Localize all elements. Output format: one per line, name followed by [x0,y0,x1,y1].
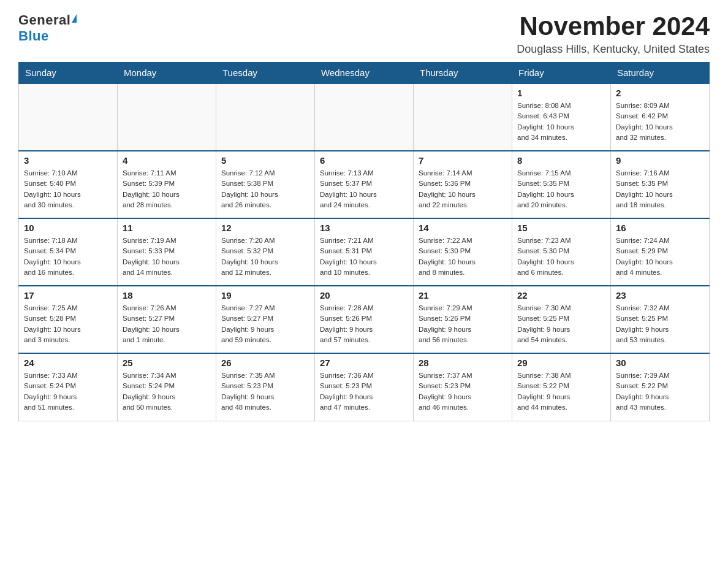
day-info: Sunrise: 7:34 AM Sunset: 5:24 PM Dayligh… [123,370,211,413]
title-block: November 2024 Douglass Hills, Kentucky, … [517,12,710,56]
calendar-header-row: SundayMondayTuesdayWednesdayThursdayFrid… [19,63,710,84]
day-number: 24 [24,358,112,368]
day-number: 6 [320,155,408,166]
calendar-cell: 24Sunrise: 7:33 AM Sunset: 5:24 PM Dayli… [19,353,118,421]
calendar-cell: 21Sunrise: 7:29 AM Sunset: 5:26 PM Dayli… [414,286,512,353]
day-info: Sunrise: 7:14 AM Sunset: 5:36 PM Dayligh… [419,168,507,210]
day-info: Sunrise: 7:37 AM Sunset: 5:23 PM Dayligh… [419,370,507,413]
day-number: 15 [517,223,605,233]
day-number: 2 [616,88,704,98]
calendar-cell [315,83,414,151]
day-number: 21 [419,290,507,301]
day-number: 17 [24,290,112,301]
location-subtitle: Douglass Hills, Kentucky, United States [517,43,710,56]
calendar-cell: 26Sunrise: 7:35 AM Sunset: 5:23 PM Dayli… [216,353,315,421]
logo: General Blue [18,12,77,44]
calendar-week-row: 10Sunrise: 7:18 AM Sunset: 5:34 PM Dayli… [19,218,710,286]
day-number: 3 [24,155,112,166]
day-info: Sunrise: 7:15 AM Sunset: 5:35 PM Dayligh… [517,168,605,210]
calendar-cell: 12Sunrise: 7:20 AM Sunset: 5:32 PM Dayli… [216,218,315,286]
day-info: Sunrise: 7:33 AM Sunset: 5:24 PM Dayligh… [24,370,112,413]
day-info: Sunrise: 7:38 AM Sunset: 5:22 PM Dayligh… [517,370,605,413]
calendar-cell: 22Sunrise: 7:30 AM Sunset: 5:25 PM Dayli… [512,286,611,353]
day-number: 7 [419,155,507,166]
logo-triangle-icon [72,14,77,23]
calendar-cell: 27Sunrise: 7:36 AM Sunset: 5:23 PM Dayli… [315,353,414,421]
day-number: 13 [320,223,408,233]
calendar-cell: 4Sunrise: 7:11 AM Sunset: 5:39 PM Daylig… [118,151,216,218]
calendar-cell [118,83,216,151]
day-info: Sunrise: 7:13 AM Sunset: 5:37 PM Dayligh… [320,168,408,210]
day-number: 5 [221,155,309,166]
day-info: Sunrise: 7:39 AM Sunset: 5:22 PM Dayligh… [616,370,704,413]
day-number: 23 [616,290,704,301]
calendar-cell: 6Sunrise: 7:13 AM Sunset: 5:37 PM Daylig… [315,151,414,218]
day-number: 14 [419,223,507,233]
day-number: 10 [24,223,112,233]
calendar-cell: 13Sunrise: 7:21 AM Sunset: 5:31 PM Dayli… [315,218,414,286]
calendar-header-cell: Wednesday [315,63,414,84]
day-info: Sunrise: 7:28 AM Sunset: 5:26 PM Dayligh… [320,303,408,345]
calendar-cell: 10Sunrise: 7:18 AM Sunset: 5:34 PM Dayli… [19,218,118,286]
calendar-cell: 29Sunrise: 7:38 AM Sunset: 5:22 PM Dayli… [512,353,611,421]
calendar-week-row: 3Sunrise: 7:10 AM Sunset: 5:40 PM Daylig… [19,151,710,218]
day-info: Sunrise: 8:09 AM Sunset: 6:42 PM Dayligh… [616,101,704,143]
day-number: 16 [616,223,704,233]
day-info: Sunrise: 7:29 AM Sunset: 5:26 PM Dayligh… [419,303,507,345]
day-info: Sunrise: 7:26 AM Sunset: 5:27 PM Dayligh… [123,303,211,345]
day-info: Sunrise: 7:35 AM Sunset: 5:23 PM Dayligh… [221,370,309,413]
day-info: Sunrise: 7:11 AM Sunset: 5:39 PM Dayligh… [123,168,211,210]
calendar-cell: 3Sunrise: 7:10 AM Sunset: 5:40 PM Daylig… [19,151,118,218]
calendar-cell: 25Sunrise: 7:34 AM Sunset: 5:24 PM Dayli… [118,353,216,421]
calendar-body: 1Sunrise: 8:08 AM Sunset: 6:43 PM Daylig… [19,83,710,421]
day-number: 8 [517,155,605,166]
day-number: 20 [320,290,408,301]
day-number: 26 [221,358,309,368]
calendar-week-row: 17Sunrise: 7:25 AM Sunset: 5:28 PM Dayli… [19,286,710,353]
day-info: Sunrise: 8:08 AM Sunset: 6:43 PM Dayligh… [517,101,605,143]
calendar-header-cell: Sunday [19,63,118,84]
calendar-cell: 9Sunrise: 7:16 AM Sunset: 5:35 PM Daylig… [611,151,710,218]
day-number: 9 [616,155,704,166]
logo-general-text: General [18,12,70,28]
day-number: 30 [616,358,704,368]
month-title: November 2024 [517,12,710,40]
day-info: Sunrise: 7:23 AM Sunset: 5:30 PM Dayligh… [517,236,605,278]
calendar-cell [19,83,118,151]
calendar-cell: 28Sunrise: 7:37 AM Sunset: 5:23 PM Dayli… [414,353,512,421]
day-info: Sunrise: 7:24 AM Sunset: 5:29 PM Dayligh… [616,236,704,278]
calendar-cell [216,83,315,151]
day-number: 28 [419,358,507,368]
logo-blue-text: Blue [18,28,49,44]
calendar-cell: 23Sunrise: 7:32 AM Sunset: 5:25 PM Dayli… [611,286,710,353]
day-info: Sunrise: 7:25 AM Sunset: 5:28 PM Dayligh… [24,303,112,345]
calendar-cell: 8Sunrise: 7:15 AM Sunset: 5:35 PM Daylig… [512,151,611,218]
calendar-cell: 5Sunrise: 7:12 AM Sunset: 5:38 PM Daylig… [216,151,315,218]
day-number: 4 [123,155,211,166]
day-number: 27 [320,358,408,368]
calendar-cell: 16Sunrise: 7:24 AM Sunset: 5:29 PM Dayli… [611,218,710,286]
day-info: Sunrise: 7:18 AM Sunset: 5:34 PM Dayligh… [24,236,112,278]
day-number: 22 [517,290,605,301]
day-number: 11 [123,223,211,233]
day-number: 29 [517,358,605,368]
calendar-header-cell: Tuesday [216,63,315,84]
day-info: Sunrise: 7:20 AM Sunset: 5:32 PM Dayligh… [221,236,309,278]
calendar-cell: 17Sunrise: 7:25 AM Sunset: 5:28 PM Dayli… [19,286,118,353]
calendar-cell: 20Sunrise: 7:28 AM Sunset: 5:26 PM Dayli… [315,286,414,353]
calendar-cell: 2Sunrise: 8:09 AM Sunset: 6:42 PM Daylig… [611,83,710,151]
calendar-table: SundayMondayTuesdayWednesdayThursdayFrid… [18,62,710,421]
calendar-cell: 7Sunrise: 7:14 AM Sunset: 5:36 PM Daylig… [414,151,512,218]
day-number: 12 [221,223,309,233]
calendar-header-cell: Friday [512,63,611,84]
day-info: Sunrise: 7:27 AM Sunset: 5:27 PM Dayligh… [221,303,309,345]
calendar-header-cell: Monday [118,63,216,84]
day-info: Sunrise: 7:16 AM Sunset: 5:35 PM Dayligh… [616,168,704,210]
day-number: 1 [517,88,605,98]
calendar-week-row: 24Sunrise: 7:33 AM Sunset: 5:24 PM Dayli… [19,353,710,421]
calendar-cell: 30Sunrise: 7:39 AM Sunset: 5:22 PM Dayli… [611,353,710,421]
page-header: General Blue November 2024 Douglass Hill… [18,12,710,56]
day-info: Sunrise: 7:32 AM Sunset: 5:25 PM Dayligh… [616,303,704,345]
day-number: 18 [123,290,211,301]
day-info: Sunrise: 7:10 AM Sunset: 5:40 PM Dayligh… [24,168,112,210]
